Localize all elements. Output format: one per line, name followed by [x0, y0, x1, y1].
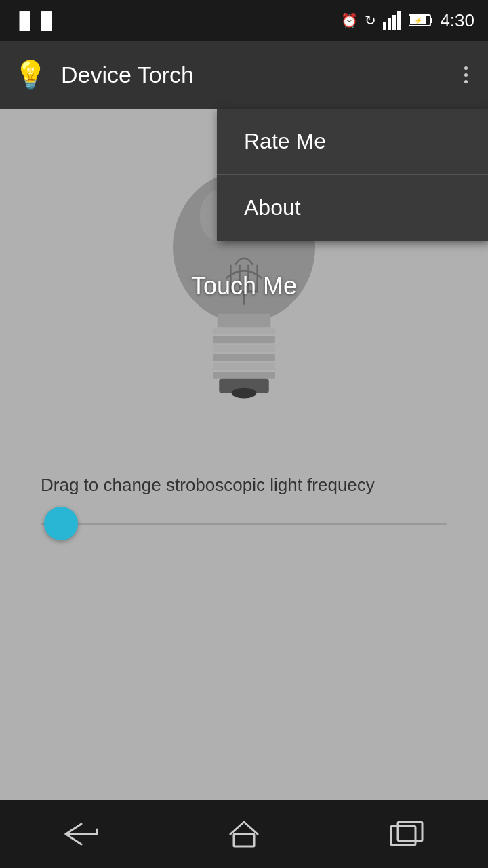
svg-rect-15 — [213, 354, 275, 361]
recents-button[interactable] — [369, 814, 444, 854]
app-icon: 💡 — [14, 59, 47, 91]
status-bar: ▐▌▐▌ ⏰ ↻ ⚡ 4:30 — [0, 0, 488, 41]
svg-rect-13 — [213, 336, 275, 344]
app-title: Device Torch — [61, 62, 458, 88]
slider-track — [41, 523, 447, 525]
svg-rect-17 — [213, 372, 275, 379]
svg-rect-2 — [392, 15, 396, 30]
signal-icon — [383, 11, 402, 30]
svg-rect-14 — [213, 345, 275, 353]
back-button[interactable] — [44, 816, 119, 852]
svg-text:⚡: ⚡ — [414, 16, 423, 25]
status-time: 4:30 — [440, 10, 474, 31]
menu-item-about[interactable]: About — [217, 175, 488, 241]
slider-label: Drag to change stroboscopic light freque… — [41, 475, 447, 496]
app-bar: 💡 Device Torch — [0, 41, 488, 108]
home-button[interactable] — [207, 814, 281, 854]
overflow-dot-1 — [464, 66, 468, 70]
svg-rect-20 — [234, 834, 254, 846]
home-icon — [227, 821, 261, 848]
barcode-icon: ▐▌▐▌ — [14, 11, 57, 30]
svg-point-19 — [232, 388, 257, 399]
svg-rect-21 — [391, 826, 415, 845]
svg-rect-11 — [218, 314, 271, 328]
sync-icon: ↻ — [365, 12, 376, 28]
svg-rect-1 — [388, 18, 391, 30]
back-icon — [64, 823, 98, 846]
svg-rect-16 — [213, 363, 275, 370]
menu-item-rate-me[interactable]: Rate Me — [217, 108, 488, 175]
slider-thumb[interactable] — [44, 507, 78, 540]
svg-rect-22 — [398, 822, 422, 841]
dropdown-menu: Rate Me About — [217, 108, 488, 241]
overflow-dot-3 — [464, 80, 468, 83]
slider-track-container[interactable] — [41, 507, 447, 540]
recents-icon — [390, 821, 424, 848]
status-bar-left: ▐▌▐▌ — [14, 11, 57, 30]
status-bar-right: ⏰ ↻ ⚡ 4:30 — [341, 10, 474, 31]
svg-rect-12 — [213, 328, 275, 335]
overflow-dot-2 — [464, 73, 468, 77]
svg-rect-0 — [383, 22, 386, 30]
bottom-nav — [0, 800, 488, 868]
svg-rect-5 — [430, 18, 432, 23]
overflow-menu-button[interactable] — [458, 60, 474, 90]
svg-rect-3 — [397, 11, 401, 30]
battery-icon: ⚡ — [409, 14, 433, 27]
alarm-icon: ⏰ — [341, 12, 358, 28]
slider-area: Drag to change stroboscopic light freque… — [0, 461, 488, 540]
